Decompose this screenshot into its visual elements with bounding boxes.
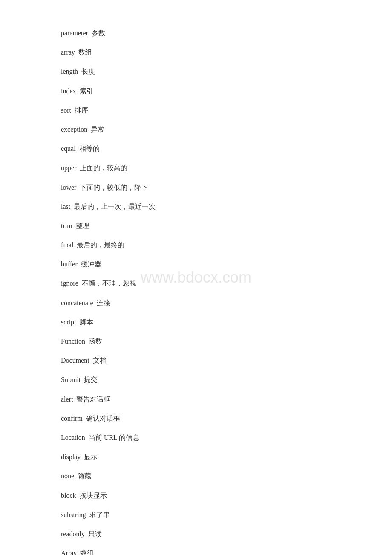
vocab-chinese: 连接	[97, 299, 110, 306]
vocab-english: array	[61, 49, 78, 56]
vocab-chinese: 求了串	[89, 511, 110, 518]
list-item: Location 当前 URL 的信息	[61, 430, 331, 445]
vocab-chinese: 隐藏	[78, 472, 91, 480]
list-item: trim 整理	[61, 218, 331, 233]
vocab-chinese: 提交	[84, 376, 98, 383]
content-area: parameter 参数array 数组length 长度index 索引sor…	[0, 0, 392, 555]
vocab-chinese: 最后的，上一次，最近一次	[74, 203, 156, 210]
vocab-english: confirm	[61, 415, 86, 422]
vocab-chinese: 不顾，不理，忽视	[82, 280, 136, 287]
vocab-english: parameter	[61, 29, 92, 37]
list-item: Array 数组	[61, 546, 331, 555]
vocab-english: equal	[61, 145, 79, 152]
vocab-chinese: 函数	[89, 338, 102, 345]
vocab-chinese: 索引	[80, 87, 93, 95]
vocab-english: ignore	[61, 280, 82, 287]
vocab-english: exception	[61, 126, 91, 133]
vocab-english: alert	[61, 396, 76, 403]
vocab-english: final	[61, 241, 77, 249]
vocab-chinese: 脚本	[80, 318, 93, 326]
list-item: alert 警告对话框	[61, 392, 331, 407]
list-item: final 最后的，最终的	[61, 237, 331, 252]
list-item: sort 排序	[61, 103, 331, 118]
list-item: none 隐藏	[61, 468, 331, 483]
list-item: substring 求了串	[61, 507, 331, 522]
vocab-english: last	[61, 203, 74, 210]
vocab-chinese: 只读	[88, 530, 102, 538]
list-item: Function 函数	[61, 334, 331, 349]
vocab-english: lower	[61, 184, 80, 191]
vocab-english: upper	[61, 164, 80, 171]
vocab-chinese: 当前 URL 的信息	[89, 434, 139, 441]
vocab-english: Array	[61, 549, 80, 555]
vocab-english: Function	[61, 338, 89, 345]
vocab-english: substring	[61, 511, 89, 518]
list-item: index 索引	[61, 84, 331, 98]
list-item: buffer 缓冲器	[61, 257, 331, 272]
list-item: last 最后的，上一次，最近一次	[61, 199, 331, 214]
list-item: upper 上面的，较高的	[61, 160, 331, 175]
list-item: length 长度	[61, 64, 331, 79]
vocab-chinese: 整理	[76, 222, 89, 229]
vocab-chinese: 最后的，最终的	[77, 241, 124, 249]
vocab-chinese: 数组	[80, 549, 94, 555]
vocab-chinese: 上面的，较高的	[80, 164, 127, 171]
vocab-chinese: 相等的	[79, 145, 100, 152]
list-item: display 显示	[61, 449, 331, 464]
vocab-english: Document	[61, 357, 93, 364]
vocab-english: buffer	[61, 260, 81, 268]
vocab-english: length	[61, 68, 81, 75]
list-item: readonly 只读	[61, 526, 331, 541]
vocab-chinese: 下面的，较低的，降下	[80, 184, 148, 191]
list-item: block 按块显示	[61, 488, 331, 503]
list-item: equal 相等的	[61, 141, 331, 156]
list-item: array 数组	[61, 45, 331, 60]
list-item: concatenate 连接	[61, 295, 331, 310]
vocab-english: display	[61, 453, 84, 460]
list-item: Document 文档	[61, 353, 331, 368]
list-item: Submit 提交	[61, 372, 331, 387]
vocab-english: block	[61, 492, 80, 499]
vocab-chinese: 长度	[81, 68, 95, 75]
vocab-english: Location	[61, 434, 89, 441]
vocab-english: Submit	[61, 376, 84, 383]
vocab-english: concatenate	[61, 299, 97, 306]
vocab-english: readonly	[61, 530, 88, 538]
vocab-chinese: 警告对话框	[76, 396, 110, 403]
list-item: script 脚本	[61, 315, 331, 330]
vocab-english: index	[61, 87, 80, 95]
vocab-chinese: 缓冲器	[81, 260, 101, 268]
list-item: parameter 参数	[61, 26, 331, 40]
vocab-english: none	[61, 472, 78, 480]
vocab-english: trim	[61, 222, 76, 229]
vocab-english: script	[61, 318, 80, 326]
vocab-chinese: 数组	[78, 49, 92, 56]
list-item: lower 下面的，较低的，降下	[61, 180, 331, 195]
vocab-chinese: 按块显示	[80, 492, 107, 499]
list-item: ignore 不顾，不理，忽视	[61, 276, 331, 291]
list-item: confirm 确认对话框	[61, 411, 331, 426]
vocab-chinese: 确认对话框	[86, 415, 120, 422]
list-item: exception 异常	[61, 122, 331, 137]
vocab-chinese: 参数	[92, 29, 105, 37]
vocab-chinese: 排序	[75, 107, 88, 114]
vocab-chinese: 文档	[93, 357, 107, 364]
vocab-chinese: 异常	[91, 126, 104, 133]
vocab-english: sort	[61, 107, 75, 114]
vocab-chinese: 显示	[84, 453, 98, 460]
